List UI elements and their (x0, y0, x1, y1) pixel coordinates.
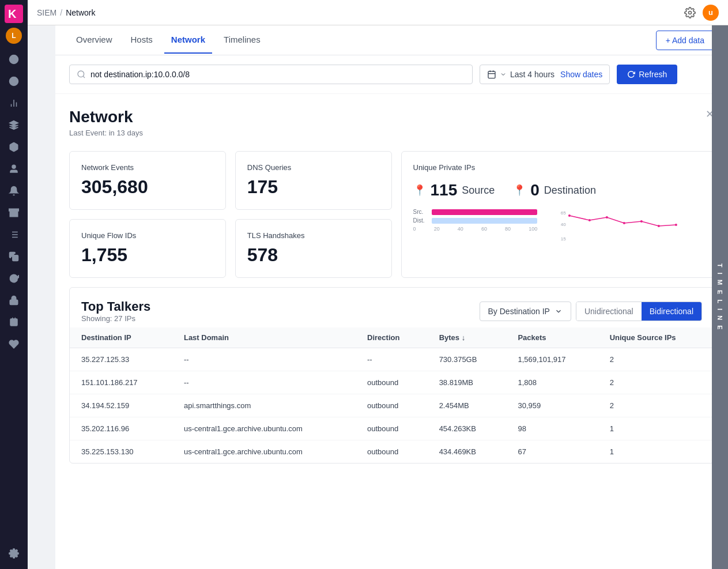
svg-text:15: 15 (561, 236, 566, 242)
table-row: 35.225.153.130 us-central1.gce.archive.u… (70, 440, 714, 464)
sidebar-icon-package[interactable] (5, 138, 23, 156)
charts-row: Src. Dist. 0 20 40 60 80 (413, 209, 703, 246)
dest-ip-cell[interactable]: 35.225.153.130 (70, 440, 172, 464)
talkers-header: Top Talkers Showing: 27 IPs By Destinati… (70, 288, 714, 327)
dest-ip-cell[interactable]: 34.194.52.159 (70, 394, 172, 417)
refresh-icon (627, 70, 635, 78)
topbar-right: u (677, 5, 719, 21)
direction-cell: outbound (356, 394, 428, 417)
unique-ips-header: Unique Private IPs (413, 163, 703, 172)
packets-cell: 30,959 (506, 394, 598, 417)
last-domain-cell: -- (172, 371, 356, 394)
source-ips-item: 📍 115 Source (413, 181, 495, 199)
tab-network[interactable]: Network (164, 27, 212, 54)
unique-source-ips-cell: 2 (598, 348, 714, 371)
unidirectional-button[interactable]: Unidirectional (576, 302, 642, 321)
source-count: 115 (431, 181, 458, 199)
bytes-cell: 434.469KB (428, 440, 507, 464)
svg-marker-11 (10, 121, 18, 126)
dest-label: Destination (544, 184, 596, 197)
svg-text:K: K (8, 7, 17, 20)
direction-cell: -- (356, 348, 428, 371)
sidebar-icon-barchart[interactable] (5, 94, 23, 112)
dns-queries-card: DNS Queries 175 (235, 151, 392, 210)
sidebar-icon-heart[interactable] (5, 335, 23, 353)
bidirectional-button[interactable]: Bidirectional (642, 302, 701, 321)
sidebar-icon-crosshair[interactable] (5, 72, 23, 91)
stats-col-mid: DNS Queries 175 TLS Handshakes 578 (235, 151, 392, 278)
sidebar-icon-user[interactable] (5, 160, 23, 178)
sidebar-icon-bell[interactable] (5, 182, 23, 200)
breadcrumb-current: Network (66, 8, 95, 17)
tab-overview[interactable]: Overview (69, 27, 119, 54)
last-domain-cell: us-central1.gce.archive.ubuntu.com (172, 417, 356, 440)
unique-source-ips-cell: 1 (598, 440, 714, 464)
breadcrumb: SIEM / Network (37, 8, 95, 17)
destination-ip-dropdown[interactable]: By Destination IP (480, 302, 571, 321)
direction-cell: outbound (356, 417, 428, 440)
timeline-sidebar[interactable]: T I M E L I N E (712, 25, 728, 569)
sidebar-icon-copy[interactable] (5, 247, 23, 266)
bar-chart: Src. Dist. 0 20 40 60 80 (413, 209, 538, 246)
app-logo[interactable]: K (5, 5, 23, 23)
sidebar-icon-layers[interactable] (5, 116, 23, 134)
packets-cell: 1,569,101,917 (506, 348, 598, 371)
tab-timelines[interactable]: Timelines (217, 27, 267, 54)
col-last-domain: Last Domain (172, 327, 356, 348)
svg-rect-22 (13, 255, 18, 261)
last-domain-cell: us-central1.gce.archive.ubuntu.com (172, 440, 356, 464)
sidebar-user-avatar[interactable]: L (6, 28, 22, 44)
svg-point-46 (640, 220, 643, 223)
add-data-button[interactable]: + Add data (656, 31, 714, 50)
settings-icon[interactable] (682, 5, 698, 21)
main-content: Overview Hosts Network Timelines + Add d… (55, 25, 728, 569)
sidebar: K L (0, 0, 28, 569)
search-input[interactable] (90, 70, 465, 79)
time-filter-button[interactable]: Last 4 hours Show dates (480, 65, 610, 84)
bytes-cell: 730.375GB (428, 348, 507, 371)
calendar-icon (487, 70, 496, 79)
breadcrumb-siem[interactable]: SIEM (37, 8, 56, 17)
svg-rect-25 (13, 321, 16, 324)
table-row: 35.202.116.96 us-central1.gce.archive.ub… (70, 417, 714, 440)
sidebar-icon-settings[interactable] (5, 544, 23, 563)
sidebar-icon-refresh[interactable] (5, 269, 23, 288)
dest-ip-cell[interactable]: 35.227.125.33 (70, 348, 172, 371)
last-domain-cell: api.smartthings.com (172, 394, 356, 417)
bar-chart-src-label: Src. (413, 209, 427, 215)
svg-point-48 (675, 224, 677, 226)
svg-rect-23 (10, 300, 18, 304)
dest-ip-cell[interactable]: 35.202.116.96 (70, 417, 172, 440)
dns-queries-value: 175 (247, 176, 380, 198)
bytes-cell: 2.454MB (428, 394, 507, 417)
direction-cell: outbound (356, 440, 428, 464)
sidebar-icon-list[interactable] (5, 225, 23, 244)
page-title: Network (69, 108, 714, 126)
tab-hosts[interactable]: Hosts (124, 27, 160, 54)
sidebar-icon-lock[interactable] (5, 291, 23, 310)
source-label: Source (462, 184, 495, 197)
svg-point-43 (589, 219, 591, 221)
refresh-label: Refresh (639, 70, 667, 79)
show-dates-link[interactable]: Show dates (560, 70, 602, 79)
bar-axis: 0 20 40 60 80 100 (413, 226, 538, 232)
stats-grid: Network Events 305,680 Unique Flow IDs 1… (69, 151, 714, 278)
source-bar (432, 209, 538, 215)
sidebar-icon-clock[interactable] (5, 50, 23, 69)
svg-rect-14 (9, 209, 19, 211)
talkers-controls: By Destination IP Unidirectional Bidirec… (480, 302, 702, 321)
chevron-down-icon (500, 71, 507, 78)
dest-ip-cell[interactable]: 151.101.186.217 (70, 371, 172, 394)
sidebar-icon-cpu[interactable] (5, 313, 23, 331)
packets-cell: 98 (506, 417, 598, 440)
sidebar-icon-archive[interactable] (5, 204, 23, 222)
table-header-row: Destination IP Last Domain Direction Byt… (70, 327, 714, 348)
network-events-label: Network Events (81, 163, 214, 172)
user-avatar[interactable]: u (703, 5, 719, 21)
tls-handshakes-label: TLS Handshakes (247, 231, 380, 240)
unique-source-ips-cell: 2 (598, 371, 714, 394)
svg-line-31 (83, 76, 85, 78)
dest-bar (432, 218, 538, 224)
svg-point-42 (568, 214, 571, 217)
refresh-button[interactable]: Refresh (617, 65, 677, 84)
